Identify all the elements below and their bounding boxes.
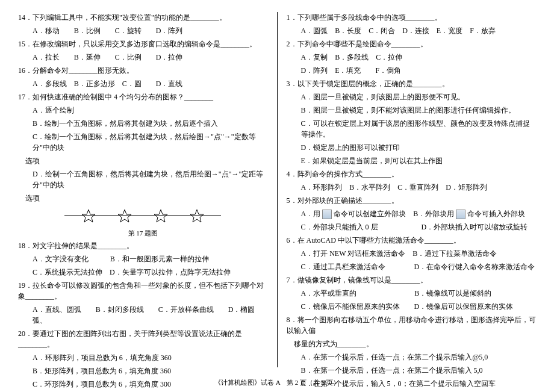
q20-stem: 20．要通过下图的左图阵列出右图，关于阵列类型等设置说法正确的是________… xyxy=(18,328,268,350)
insert-icon xyxy=(456,210,465,219)
r-q1-stem: 1．下列哪些属于多段线命令中的选项________。 xyxy=(287,12,537,23)
r-q7-ab: A．水平或垂直的 B．镜像线可以是倾斜的 xyxy=(287,288,537,299)
q19-stem: 19．拉长命令可以修改圆弧的包含角和一些对象的长度，但不包括下列哪个对象____… xyxy=(18,280,268,302)
r-q8-a: A．在第一个提示后，任选一点；在第二个提示后输入@5,0 xyxy=(287,352,537,362)
star-line-figure xyxy=(64,207,221,224)
q17-d: D．绘制一个五角图标，然后将其创建为块，然后用绘图→"点"→"定距等分"中的块 xyxy=(18,169,268,190)
r-q3-b: B．图层一旦被锁定，则不能对该图层上的图形进行任何编辑操作。 xyxy=(287,105,537,116)
r-q1-opts: A．圆弧 B．长度 C．闭合 D．连接 E．宽度 F．放弃 xyxy=(287,25,537,36)
q16-opts: A．多段线 B．正多边形 C．圆 D．直线 xyxy=(18,78,268,89)
r-q2-cde: D．阵列 E．填充 F．倒角 xyxy=(287,65,537,76)
q18-stem: 18．对文字拉伸的结果是________。 xyxy=(18,240,268,251)
r-q5-a-post: 命令可以创建立外部块 B．外部块用 xyxy=(334,210,454,218)
q15-stem: 15．在修改编辑时，只以采用交叉多边形窗口选取的编辑命令是________。 xyxy=(18,39,268,49)
r-q3-d: D．锁定层上的图形可以被打印 xyxy=(287,142,537,153)
q19-opts: A．直线、圆弧 B．封闭多段线 C．开放样条曲线 D．椭圆弧、 xyxy=(18,304,268,326)
r-q3-e: E．如果锁定层是当前层，则可以在其上作图 xyxy=(287,155,537,166)
r-q5-a: A．用 命令可以创建立外部块 B．外部块用 命令可插入外部块 xyxy=(287,208,537,219)
exam-page: 14．下列编辑工具中，不能实现"改变位置"的功能的是________。 A．移动… xyxy=(0,0,554,367)
r-q3-a: A．图层一旦被锁定，则该图层上的图形便不可见。 xyxy=(287,92,537,102)
r-q3-stem: 3．以下关于锁定图层的概念，正确的是________。 xyxy=(287,78,537,89)
q17-d2: 选项 xyxy=(18,193,268,204)
r-q7-stem: 7．做镜像复制时，镜像线可以是________。 xyxy=(287,275,537,285)
r-q4-opts: A．环形阵列 B．水平阵列 C．垂直阵列 D．矩形阵列 xyxy=(287,182,537,193)
q18-cd: C．系统提示无法拉伸 D．矢量字可以拉伸，点阵字无法拉伸 xyxy=(18,267,268,278)
q17-figure xyxy=(18,207,268,226)
r-q2-stem: 2．下列命令中哪些不是绘图命令________。 xyxy=(287,39,537,49)
q17-b: B．绘制一个五角图标，然后将其创建为块，然后逐个插入 xyxy=(18,118,268,129)
q20-a: A．环形阵列，项目总数为 6，填充角度 360 xyxy=(18,352,268,363)
q17-figcap: 第 17 题图 xyxy=(18,229,268,238)
r-q8-b: B．在第一个提示后，任选一点；在第二个提示后输入 5,0 xyxy=(287,365,537,376)
q14-opts: A．移动 B．比例 C．旋转 D．阵列 xyxy=(18,25,268,36)
q20-b: B．矩形阵列，项目总数为 6，填充角度 360 xyxy=(18,366,268,376)
r-q6-ab: A．打开 NEW 对话框来激活命令 B．通过下拉菜单激活命令 xyxy=(287,248,537,259)
r-q7-cd: C．镜像后不能保留原来的实体 D．镜像后可以保留原来的实体 xyxy=(287,301,537,312)
r-q5-stem: 5．对外部块的正确描述________。 xyxy=(287,195,537,206)
r-q5-a-pre: A．用 xyxy=(301,210,321,218)
r-q5-cd: C．外部块只能插入 0 层 D．外部块插入时可以缩放或旋转 xyxy=(287,222,537,232)
r-q8-stem2: 移量的方式为________。 xyxy=(287,338,537,349)
q16-stem: 16．分解命令对________图形无效。 xyxy=(18,65,268,76)
r-q3-c: C．可以在锁定层上对属于该层的图形作线型、颜色的改变及特殊点捕捉等操作。 xyxy=(287,118,537,140)
q18-ab: A．文字没有变化 B．和一般图形元素一样的拉伸 xyxy=(18,254,268,264)
q17-c: C．绘制一个五角图标，然后将其创建为块，然后绘图→"点"→"定数等分"中的块 xyxy=(18,131,268,153)
r-q5-a-end: 命令可插入外部块 xyxy=(467,210,525,218)
left-column: 14．下列编辑工具中，不能实现"改变位置"的功能的是________。 A．移动… xyxy=(18,12,278,367)
q14-stem: 14．下列编辑工具中，不能实现"改变位置"的功能的是________。 xyxy=(18,12,268,23)
q17-stem: 17．如何快速准确的绘制图中 4 个均匀分布的图标？________ xyxy=(18,92,268,102)
q15-opts: A．拉长 B．延伸 C．比例 D．拉伸 xyxy=(18,52,268,63)
wblock-icon xyxy=(322,210,332,219)
right-column: 1．下列哪些属于多段线命令中的选项________。 A．圆弧 B．长度 C．闭… xyxy=(278,12,537,367)
r-q4-stem: 4．阵列命令的操作方式________。 xyxy=(287,169,537,179)
r-q2-ab: A．复制 B．多段线 C．拉伸 xyxy=(287,52,537,63)
q17-a: A．逐个绘制 xyxy=(18,105,268,116)
r-q8-stem: 8．将一个图形向右移动五个单位，用移动命令进行移动，图形选择完毕后，可以输入偏 xyxy=(287,314,537,336)
r-q6-stem: 6．在 AutoCAD 中以下哪些方法能激活命令________。 xyxy=(287,235,537,246)
page-footer: 《计算机绘图》试卷 A 第 2 页（共 3 页） xyxy=(0,378,554,387)
r-q6-cd: C．通过工具栏来激活命令 D．在命令行键入命令名称来激活命令 xyxy=(287,261,537,272)
q17-c2: 选项 xyxy=(18,155,268,166)
